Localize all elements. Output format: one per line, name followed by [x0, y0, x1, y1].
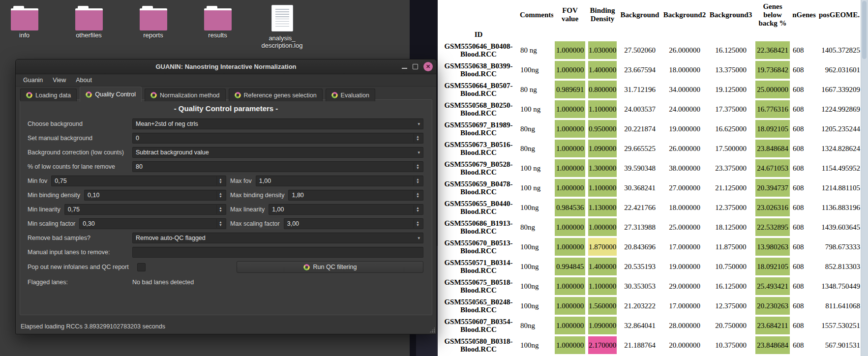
- background-cell: 27.502060: [618, 40, 661, 60]
- spinner-arrows-icon[interactable]: ▲▼: [414, 177, 421, 185]
- spinner-arrows-icon[interactable]: ▲▼: [216, 219, 224, 228]
- table-scrollbar[interactable]: [861, 0, 868, 356]
- tab-reference-genes-selection[interactable]: Reference genes selection: [229, 89, 323, 101]
- desktop-icon-otherfiles[interactable]: otherfiles: [57, 6, 121, 49]
- combo-choose-background[interactable]: Mean+2std of neg ctrls▾: [132, 119, 423, 129]
- menu-item-guanin[interactable]: Guanin: [18, 77, 48, 84]
- fov-cell: 1.000000: [553, 119, 587, 139]
- form-row-pair: Min binding density0,10▲▼Max binding den…: [28, 190, 423, 201]
- spin-max-linearity[interactable]: 1,00▲▼: [269, 204, 423, 215]
- background2-cell: 18.000000: [661, 198, 708, 217]
- text-manual-input-lanes-to-remove-[interactable]: [132, 247, 423, 258]
- genes-below-backg-cell: 23.026316: [754, 198, 791, 217]
- spin--of-low-counts-for-lane-remove[interactable]: 80▲▼: [132, 161, 423, 172]
- table-header-row: CommentsFOV valueBinding DensityBackgrou…: [438, 1, 862, 29]
- binding-density-cell: 1.100000: [587, 178, 618, 198]
- menu-item-view[interactable]: View: [48, 77, 71, 84]
- spin-down-icon[interactable]: ▼: [219, 209, 222, 212]
- window-buttons: ✕: [402, 59, 433, 74]
- spinner-arrows-icon[interactable]: ▲▼: [414, 134, 421, 143]
- field-value: 1,00: [272, 206, 284, 213]
- run-qc-filtering-button[interactable]: Run QC filtering: [237, 261, 423, 273]
- minimize-button[interactable]: [402, 68, 407, 69]
- spinner-arrows-icon[interactable]: ▲▼: [414, 219, 421, 228]
- spin-down-icon[interactable]: ▼: [416, 138, 419, 141]
- comments-cell: 80 ng: [519, 40, 553, 60]
- resize-grip[interactable]: [429, 327, 435, 333]
- flagged-lanes-value: No bad lanes detected: [132, 279, 423, 286]
- spin-max-fov[interactable]: 1,00▲▼: [256, 176, 423, 186]
- field-label: Remove bad samples?: [28, 235, 132, 241]
- desktop-icons: infootherfilesreportsresultsanalysis_des…: [0, 6, 314, 49]
- tab-normalization-method[interactable]: Normalization method: [145, 89, 226, 101]
- desktop-icon-info[interactable]: info: [0, 6, 57, 49]
- combo-background-correction-low-counts-[interactable]: Subtract background value▾: [132, 147, 423, 158]
- desktop-icon-reports[interactable]: reports: [121, 6, 185, 49]
- combo-remove-bad-samples-[interactable]: Remove auto-QC flagged▾: [132, 233, 423, 243]
- titlebar[interactable]: GUANIN: Nanostring Interactive Normaliza…: [16, 59, 436, 74]
- spinner-arrows-icon[interactable]: ▲▼: [414, 162, 421, 171]
- spin-down-icon[interactable]: ▼: [416, 167, 419, 170]
- spin-min-fov[interactable]: 0,75▲▼: [51, 176, 226, 186]
- spin-down-icon[interactable]: ▼: [219, 195, 222, 198]
- spin-down-icon[interactable]: ▼: [219, 181, 222, 184]
- genes-below-backg-cell: 22.368421: [754, 40, 791, 60]
- spin-down-icon[interactable]: ▼: [219, 224, 222, 227]
- spin-down-icon[interactable]: ▼: [416, 209, 419, 212]
- genes-below-backg-cell: 23.848684: [754, 335, 791, 355]
- posgeomean-cell: 852.813303: [817, 257, 862, 276]
- spin-down-icon[interactable]: ▼: [416, 195, 419, 198]
- binding-density-cell: 1.560000: [587, 296, 618, 316]
- spin-set-manual-background[interactable]: 0▲▼: [132, 133, 423, 144]
- popout-checkbox[interactable]: [137, 263, 146, 271]
- comments-cell: 80ng: [519, 316, 553, 335]
- spinner-arrows-icon[interactable]: ▲▼: [414, 191, 421, 200]
- binding-density-cell: 1.030000: [587, 40, 618, 60]
- spin-down-icon[interactable]: ▼: [416, 224, 419, 227]
- binding-density-cell: 1.400000: [587, 257, 618, 276]
- ngenes-cell: 608: [791, 158, 817, 178]
- binding-density-cell: 1.100000: [587, 276, 618, 296]
- posgeomean-cell: 1224.992869: [817, 99, 862, 119]
- spinner-arrows-icon[interactable]: ▲▼: [216, 191, 224, 200]
- ngenes-cell: 608: [791, 99, 817, 119]
- posgeomean-cell: 962.031601: [817, 60, 862, 80]
- spinner-arrows-icon[interactable]: ▲▼: [414, 205, 421, 214]
- fov-cell: 0.994845: [553, 257, 587, 276]
- background2-cell: 19.000000: [661, 119, 708, 139]
- column-header: Background2: [661, 1, 708, 29]
- genes-below-backg-cell: 19.736842: [754, 60, 791, 80]
- tab-evaluation[interactable]: Evaluation: [326, 89, 375, 101]
- sample-id-cell: GSM5550655_B0440-Blood.RCC: [438, 198, 519, 217]
- sample-id-cell: GSM5550565_B0248-Blood.RCC: [438, 296, 519, 316]
- background-cell: 23.667594: [618, 60, 661, 80]
- maximize-button[interactable]: [413, 64, 418, 69]
- fov-cell: 1.000000: [553, 158, 587, 178]
- menu-item-about[interactable]: About: [71, 77, 97, 84]
- background3-cell: 16.125000: [708, 40, 754, 60]
- spin-down-icon[interactable]: ▼: [416, 181, 419, 184]
- form-row: Set manual background0▲▼: [28, 133, 423, 144]
- column-header: Comments: [519, 1, 553, 29]
- spin-max-binding-density[interactable]: 1,80▲▼: [288, 190, 423, 201]
- desktop-icon-results[interactable]: results: [185, 6, 250, 49]
- posgeomean-cell: 1136.883196: [817, 198, 862, 217]
- spin-min-linearity[interactable]: 0,75▲▼: [64, 204, 226, 215]
- spinner-arrows-icon[interactable]: ▲▼: [216, 205, 224, 214]
- background2-cell: 27.000000: [661, 178, 708, 198]
- spin-min-binding-density[interactable]: 0,10▲▼: [84, 190, 226, 201]
- spin-max-scaling-factor[interactable]: 3,00▲▼: [284, 218, 423, 229]
- genes-below-backg-cell: 20.394737: [754, 178, 791, 198]
- close-button[interactable]: ✕: [423, 62, 433, 71]
- field-value: 1,80: [292, 192, 303, 199]
- spin-min-scaling-factor[interactable]: 0,30▲▼: [79, 218, 226, 229]
- table-scrollbar-thumb[interactable]: [862, 1, 867, 59]
- tab-quality-control[interactable]: Quality Control: [80, 87, 142, 102]
- spinner-arrows-icon[interactable]: ▲▼: [216, 177, 224, 185]
- background3-cell: 12.375000: [708, 296, 754, 316]
- tab-loading-data[interactable]: Loading data: [20, 89, 77, 101]
- genes-below-backg-cell: 16.776316: [754, 99, 791, 119]
- sample-id-cell: GSM5550638_B0399-Blood.RCC: [438, 60, 519, 80]
- sample-id-cell: GSM5550646_B0408-Blood.RCC: [438, 40, 519, 60]
- desktop-icon-analysis[interactable]: analysis_description.log: [250, 6, 314, 49]
